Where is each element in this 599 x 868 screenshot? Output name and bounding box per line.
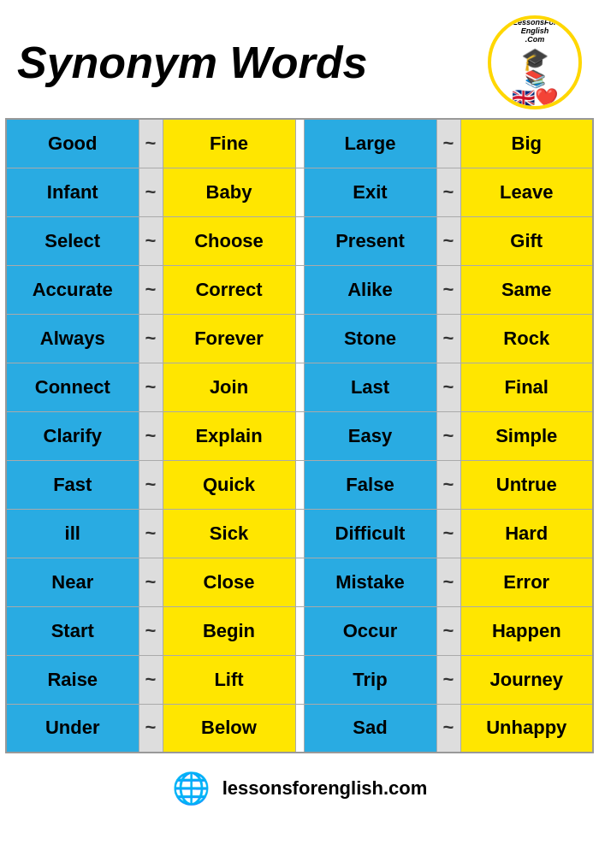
column-gap xyxy=(295,509,304,558)
left-word: Select xyxy=(6,216,139,265)
left-word: Always xyxy=(6,314,139,363)
left-word: Fast xyxy=(6,460,139,509)
column-gap xyxy=(295,460,304,509)
right-synonym: Final xyxy=(460,363,593,411)
left-tilde: ~ xyxy=(139,558,163,606)
left-synonym: Explain xyxy=(163,411,295,460)
right-synonym: Same xyxy=(460,265,593,314)
right-tilde: ~ xyxy=(436,168,460,216)
left-word: Raise xyxy=(6,655,139,704)
header: Synonym Words LessonsForEnglish.Com 🎓 📚 … xyxy=(0,0,599,118)
left-synonym: Lift xyxy=(163,655,295,704)
right-tilde: ~ xyxy=(436,509,460,558)
left-tilde: ~ xyxy=(139,216,163,265)
left-tilde: ~ xyxy=(139,265,163,314)
right-word: False xyxy=(304,460,436,509)
table-container: Good ~ Fine Large ~ Big Infant ~ Baby Ex… xyxy=(0,118,599,759)
right-tilde: ~ xyxy=(436,655,460,704)
right-tilde: ~ xyxy=(436,704,460,753)
left-word: Accurate xyxy=(6,265,139,314)
logo-graduation-icon: 🎓 xyxy=(521,48,549,70)
left-tilde: ~ xyxy=(139,509,163,558)
left-tilde: ~ xyxy=(139,363,163,411)
right-synonym: Happen xyxy=(460,606,593,655)
left-synonym: Choose xyxy=(163,216,295,265)
left-word: ill xyxy=(6,509,139,558)
synonym-table: Good ~ Fine Large ~ Big Infant ~ Baby Ex… xyxy=(5,118,594,753)
left-tilde: ~ xyxy=(139,314,163,363)
right-synonym: Simple xyxy=(460,411,593,460)
left-synonym: Sick xyxy=(163,509,295,558)
left-word: Near xyxy=(6,558,139,606)
right-word: Alike xyxy=(304,265,436,314)
right-synonym: Big xyxy=(460,119,593,168)
right-word: Exit xyxy=(304,168,436,216)
right-tilde: ~ xyxy=(436,460,460,509)
right-word: Mistake xyxy=(304,558,436,606)
page-title: Synonym Words xyxy=(17,40,367,85)
left-tilde: ~ xyxy=(139,119,163,168)
right-synonym: Rock xyxy=(460,314,593,363)
right-synonym: Unhappy xyxy=(460,704,593,753)
left-word: Connect xyxy=(6,363,139,411)
left-tilde: ~ xyxy=(139,655,163,704)
column-gap xyxy=(295,216,304,265)
left-synonym: Forever xyxy=(163,314,295,363)
right-word: Last xyxy=(304,363,436,411)
left-synonym: Join xyxy=(163,363,295,411)
right-synonym: Gift xyxy=(460,216,593,265)
left-synonym: Fine xyxy=(163,119,295,168)
left-word: Clarify xyxy=(6,411,139,460)
right-word: Occur xyxy=(304,606,436,655)
right-word: Difficult xyxy=(304,509,436,558)
left-word: Good xyxy=(6,119,139,168)
footer-url: lessonsforenglish.com xyxy=(222,777,428,800)
column-gap xyxy=(295,314,304,363)
column-gap xyxy=(295,168,304,216)
right-word: Easy xyxy=(304,411,436,460)
left-synonym: Close xyxy=(163,558,295,606)
column-gap xyxy=(295,558,304,606)
column-gap xyxy=(295,363,304,411)
left-synonym: Below xyxy=(163,704,295,753)
right-word: Stone xyxy=(304,314,436,363)
left-tilde: ~ xyxy=(139,460,163,509)
right-tilde: ~ xyxy=(436,265,460,314)
right-synonym: Hard xyxy=(460,509,593,558)
right-tilde: ~ xyxy=(436,119,460,168)
left-word: Start xyxy=(6,606,139,655)
left-word: Under xyxy=(6,704,139,753)
right-tilde: ~ xyxy=(436,558,460,606)
column-gap xyxy=(295,704,304,753)
column-gap xyxy=(295,606,304,655)
footer: 🌐 lessonsforenglish.com xyxy=(0,759,599,813)
right-word: Present xyxy=(304,216,436,265)
right-word: Sad xyxy=(304,704,436,753)
right-tilde: ~ xyxy=(436,411,460,460)
right-synonym: Error xyxy=(460,558,593,606)
right-tilde: ~ xyxy=(436,606,460,655)
left-synonym: Correct xyxy=(163,265,295,314)
left-word: Infant xyxy=(6,168,139,216)
left-tilde: ~ xyxy=(139,704,163,753)
left-tilde: ~ xyxy=(139,606,163,655)
right-tilde: ~ xyxy=(436,363,460,411)
left-synonym: Begin xyxy=(163,606,295,655)
logo-books-icon: 📚 xyxy=(525,70,546,87)
right-synonym: Untrue xyxy=(460,460,593,509)
left-synonym: Baby xyxy=(163,168,295,216)
logo-text: LessonsForEnglish.Com xyxy=(507,15,561,48)
column-gap xyxy=(295,119,304,168)
right-synonym: Journey xyxy=(460,655,593,704)
right-tilde: ~ xyxy=(436,314,460,363)
logo-flag-icon: 🇬🇧❤️ xyxy=(512,87,558,109)
footer-globe-icon: 🌐 xyxy=(172,771,211,806)
right-synonym: Leave xyxy=(460,168,593,216)
right-word: Large xyxy=(304,119,436,168)
column-gap xyxy=(295,265,304,314)
right-word: Trip xyxy=(304,655,436,704)
left-tilde: ~ xyxy=(139,168,163,216)
column-gap xyxy=(295,655,304,704)
left-tilde: ~ xyxy=(139,411,163,460)
logo-circle: LessonsForEnglish.Com 🎓 📚 🇬🇧❤️ xyxy=(488,15,582,109)
